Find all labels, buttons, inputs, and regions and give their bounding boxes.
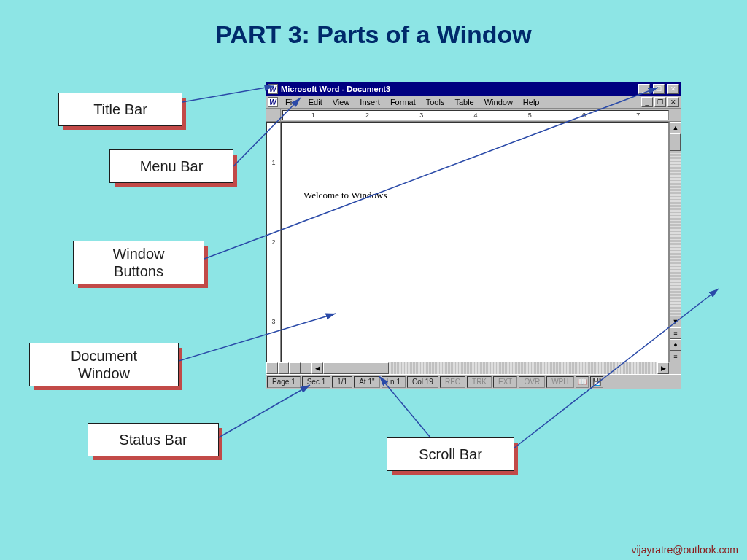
status-book-icon: 📖 (576, 376, 589, 388)
callout-document-window: Document Window (29, 343, 179, 386)
maximize-button[interactable]: ☐ (653, 84, 665, 94)
status-wph: WPH (546, 376, 573, 388)
document-system-icon[interactable]: W (268, 97, 278, 107)
menu-table[interactable]: Table (450, 98, 478, 106)
menu-window[interactable]: Window (480, 98, 517, 106)
vertical-scroll-track[interactable] (670, 133, 681, 316)
vertical-scroll-thumb[interactable] (670, 133, 681, 151)
menu-file[interactable]: File (281, 98, 303, 106)
menu-insert[interactable]: Insert (355, 98, 384, 106)
status-ext: EXT (493, 376, 517, 388)
callout-status-bar: Status Bar (88, 423, 219, 456)
normal-view-button[interactable] (266, 362, 278, 374)
scroll-corner (669, 362, 681, 374)
master-view-button[interactable] (301, 362, 312, 374)
status-col: Col 19 (407, 376, 438, 388)
status-ovr: OVR (519, 376, 545, 388)
prev-page-button[interactable]: ≡ (670, 327, 681, 339)
horizontal-scroll-track[interactable] (323, 362, 657, 374)
footer-email: vijayratre@outlook.com (632, 544, 739, 556)
callout-scroll-bar: Scroll Bar (387, 438, 514, 471)
menu-view[interactable]: View (328, 98, 355, 106)
horizontal-scrollbar[interactable]: ◀ ▶ (311, 362, 669, 374)
status-sec: Sec 1 (302, 376, 331, 388)
status-page: Page 1 (267, 376, 301, 388)
callout-window-buttons: Window Buttons (73, 241, 204, 284)
svg-line-0 (182, 86, 274, 102)
status-bar: Page 1 Sec 1 1/1 At 1" Ln 1 Col 19 REC T… (266, 374, 681, 389)
minimize-button[interactable]: _ (638, 84, 650, 94)
menu-help[interactable]: Help (519, 98, 544, 106)
outline-view-button[interactable] (289, 362, 301, 374)
next-page-button[interactable]: ≡ (670, 351, 681, 362)
callout-title-bar: Title Bar (58, 93, 182, 126)
slide-title: PART 3: Parts of a Window (0, 20, 747, 49)
doc-restore-button[interactable]: ❐ (654, 97, 666, 107)
horizontal-ruler[interactable]: 1 2 3 4 5 6 7 (282, 110, 669, 120)
scroll-down-button[interactable]: ▼ (670, 316, 681, 327)
title-bar[interactable]: W Microsoft Word - Document3 _ ☐ ✕ (266, 82, 681, 96)
status-pages: 1/1 (332, 376, 352, 388)
status-save-icon: 💾 (590, 376, 603, 388)
vertical-scrollbar[interactable]: ▲ ▼ ≡ ● ≡ (669, 122, 681, 362)
browse-object-button[interactable]: ● (670, 339, 681, 351)
menu-edit[interactable]: Edit (304, 98, 327, 106)
doc-close-button[interactable]: ✕ (667, 97, 679, 107)
word-window: W Microsoft Word - Document3 _ ☐ ✕ W Fil… (266, 82, 681, 389)
callout-menu-bar: Menu Bar (109, 149, 233, 183)
close-button[interactable]: ✕ (667, 84, 679, 94)
horizontal-scroll-thumb[interactable] (323, 362, 389, 374)
doc-minimize-button[interactable]: _ (641, 97, 653, 107)
document-text: Welcome to Windows (303, 190, 387, 201)
status-rec: REC (440, 376, 465, 388)
app-icon: W (268, 84, 278, 94)
view-buttons (266, 362, 311, 374)
layout-view-button[interactable] (278, 362, 290, 374)
status-at: At 1" (354, 376, 379, 388)
scroll-up-button[interactable]: ▲ (670, 122, 681, 133)
menu-tools[interactable]: Tools (422, 98, 449, 106)
scroll-right-button[interactable]: ▶ (657, 362, 669, 374)
menu-bar: W File Edit View Insert Format Tools Tab… (266, 96, 681, 109)
status-ln: Ln 1 (382, 376, 406, 388)
document-area[interactable]: Welcome to Windows (281, 122, 669, 362)
menu-format[interactable]: Format (386, 98, 420, 106)
svg-line-4 (219, 385, 310, 438)
scroll-left-button[interactable]: ◀ (311, 362, 323, 374)
title-bar-text: Microsoft Word - Document3 (281, 85, 635, 93)
vertical-ruler[interactable]: 1 2 3 (266, 122, 281, 362)
status-trk: TRK (467, 376, 492, 388)
ruler-row: 1 2 3 4 5 6 7 (266, 109, 681, 122)
